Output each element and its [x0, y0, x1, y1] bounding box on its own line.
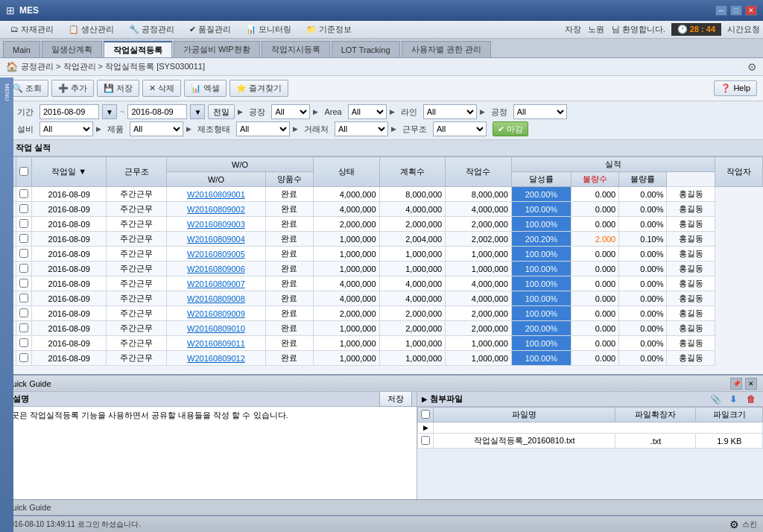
- favorite-button[interactable]: ⭐ 즐겨찾기: [229, 80, 288, 97]
- plan-qty-cell: 1,000,000: [313, 262, 379, 276]
- row-checkbox[interactable]: [19, 264, 28, 273]
- table-container[interactable]: 작업일 ▼ 근무조 W/O 상태 계획수 작업수 실적 작업자 W/O: [0, 156, 763, 374]
- row-checkbox-cell[interactable]: [16, 291, 32, 306]
- wo-cell[interactable]: W20160809006: [167, 262, 266, 276]
- desc-header: ▶ 설명 저장: [0, 392, 417, 407]
- row-checkbox[interactable]: [19, 338, 28, 347]
- work-shift-select[interactable]: All: [434, 122, 486, 136]
- wo-cell[interactable]: W20160809010: [167, 321, 266, 336]
- row-checkbox-cell[interactable]: [16, 321, 32, 336]
- tab-daily-plan[interactable]: 일생산계획: [42, 41, 102, 57]
- wo-cell[interactable]: W20160809003: [167, 217, 266, 232]
- date-from-input[interactable]: [39, 104, 99, 119]
- wo-cell[interactable]: W20160809005: [167, 247, 266, 262]
- wo-cell[interactable]: W20160809008: [167, 291, 266, 306]
- row-checkbox[interactable]: [19, 294, 28, 303]
- tab-user-auth[interactable]: 사용자별 권한 관리: [402, 41, 491, 57]
- calendar-from-button[interactable]: ▼: [102, 104, 117, 119]
- attach-paperclip-button[interactable]: 📎: [708, 393, 723, 405]
- attach-download-button[interactable]: ⬇: [726, 393, 741, 405]
- wo-cell[interactable]: W20160809012: [167, 351, 266, 366]
- menu-production[interactable]: 📋 생산관리: [61, 22, 121, 37]
- desc-save-button[interactable]: 저장: [379, 392, 412, 407]
- work-date-cell: 2016-08-09: [32, 217, 107, 232]
- add-button[interactable]: ➕ 추가: [51, 80, 94, 97]
- tab-main[interactable]: Main: [3, 41, 40, 57]
- tab-wip[interactable]: 가공설비 WIP현황: [174, 41, 260, 57]
- row-checkbox[interactable]: [19, 308, 28, 317]
- row-checkbox[interactable]: [19, 249, 28, 258]
- row-checkbox-cell[interactable]: [16, 187, 32, 202]
- partner-select[interactable]: All: [335, 122, 387, 136]
- settings-icon[interactable]: ⚙: [747, 61, 757, 73]
- delete-button[interactable]: ✕ 삭제: [142, 80, 181, 97]
- menu-monitoring[interactable]: 📊 모니터링: [238, 22, 299, 37]
- tab-work-record[interactable]: 작업실적등록: [104, 41, 172, 57]
- row-checkbox[interactable]: [19, 323, 28, 332]
- row-checkbox-cell[interactable]: [16, 276, 32, 291]
- row-checkbox-cell[interactable]: [16, 202, 32, 217]
- worker-cell: 홍길동: [667, 247, 715, 262]
- attach-row-checkbox[interactable]: [421, 436, 430, 445]
- end-button[interactable]: ✔ 마감: [493, 121, 528, 136]
- menu-process[interactable]: 🔧 공정관리: [121, 22, 182, 37]
- date-to-input[interactable]: [127, 104, 187, 119]
- worker-cell: 홍길동: [667, 321, 715, 336]
- wo-cell[interactable]: W20160809004: [167, 232, 266, 247]
- row-checkbox-cell[interactable]: [16, 217, 32, 232]
- defect-qty-cell: 0.000: [572, 262, 619, 276]
- area-select[interactable]: All: [349, 105, 386, 118]
- defect-rate-cell: 0.00%: [619, 202, 667, 217]
- tab-lot-tracking[interactable]: LOT Tracking: [332, 41, 400, 57]
- all-day-button[interactable]: 전일: [208, 104, 235, 119]
- calendar-to-button[interactable]: ▼: [190, 104, 205, 119]
- wo-cell[interactable]: W20160809001: [167, 187, 266, 202]
- attach-select-all[interactable]: [421, 410, 430, 419]
- desc-textarea[interactable]: [0, 407, 417, 499]
- expand-arrow[interactable]: ▶: [418, 422, 434, 434]
- side-menu-item-1[interactable]: MENU: [2, 80, 12, 104]
- factory-select[interactable]: All: [272, 105, 309, 118]
- shift-cell: 주간근무: [107, 336, 167, 351]
- save-button[interactable]: 💾 저장: [97, 80, 139, 97]
- product-select[interactable]: All: [130, 122, 183, 136]
- attach-delete-button[interactable]: 🗑: [744, 393, 759, 405]
- row-checkbox[interactable]: [19, 189, 28, 198]
- row-checkbox[interactable]: [19, 204, 28, 213]
- mfg-select[interactable]: All: [237, 122, 289, 136]
- yield-qty-cell: 4,000,000: [446, 291, 512, 306]
- panel-close-button[interactable]: ✕: [745, 378, 757, 390]
- row-checkbox[interactable]: [19, 279, 28, 288]
- row-checkbox-cell[interactable]: [16, 351, 32, 366]
- save-icon: 💾: [104, 83, 114, 93]
- wo-cell[interactable]: W20160809011: [167, 336, 266, 351]
- menu-material[interactable]: 🗂 자재관리: [3, 22, 61, 37]
- help-button[interactable]: ❓ Help: [714, 80, 757, 96]
- achievement-cell: 100.00%: [511, 276, 571, 291]
- row-checkbox[interactable]: [19, 234, 28, 243]
- wo-cell[interactable]: W20160809009: [167, 306, 266, 321]
- row-checkbox-cell[interactable]: [16, 247, 32, 262]
- settings-icon-status[interactable]: ⚙: [729, 519, 739, 531]
- tab-work-order[interactable]: 작업지시등록: [262, 41, 330, 57]
- wo-cell[interactable]: W20160809002: [167, 202, 266, 217]
- equipment-select[interactable]: All: [40, 122, 92, 136]
- wo-cell[interactable]: W20160809007: [167, 276, 266, 291]
- minimize-button[interactable]: ─: [715, 5, 727, 16]
- process-select[interactable]: All: [514, 105, 566, 118]
- row-checkbox-cell[interactable]: [16, 336, 32, 351]
- row-checkbox[interactable]: [19, 353, 28, 362]
- select-all-checkbox[interactable]: [19, 167, 28, 176]
- row-checkbox-cell[interactable]: [16, 262, 32, 276]
- close-button[interactable]: ✕: [745, 5, 757, 16]
- row-checkbox-cell[interactable]: [16, 232, 32, 247]
- achievement-cell: 200.20%: [511, 232, 571, 247]
- row-checkbox[interactable]: [19, 219, 28, 228]
- maximize-button[interactable]: □: [730, 5, 742, 16]
- menu-quality[interactable]: ✔ 품질관리: [182, 22, 238, 37]
- panel-pin-button[interactable]: 📌: [730, 378, 742, 390]
- row-checkbox-cell[interactable]: [16, 306, 32, 321]
- excel-button[interactable]: 📊 엑셀: [184, 80, 227, 97]
- menu-standards[interactable]: 📁 기준정보: [299, 22, 359, 37]
- line-select[interactable]: All: [424, 105, 476, 118]
